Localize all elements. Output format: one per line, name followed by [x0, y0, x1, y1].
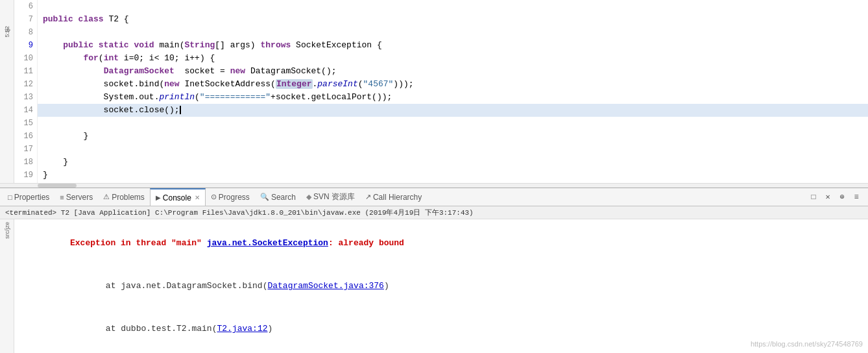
code-line-16: } — [38, 130, 868, 143]
tab-properties-label: Properties — [14, 193, 50, 202]
line-num: 11 — [24, 65, 33, 78]
left-margin-editor: 午5:52 — [0, 0, 14, 183]
tab-progress-label: Progress — [219, 193, 250, 202]
error-line-1: Exception in thread "main" java.net.Sock… — [19, 222, 863, 265]
exception-link[interactable]: java.net.SocketException — [207, 238, 328, 248]
line-num: 7 — [29, 13, 33, 26]
code-line-15 — [38, 117, 868, 130]
stack-link-1[interactable]: DatagramSocket.java:376 — [267, 281, 383, 291]
stack-link-2[interactable]: T2.java:12 — [217, 324, 267, 334]
maximize-icon: ⊕ — [839, 192, 844, 202]
code-line-18: } — [38, 156, 868, 169]
side-time-label: 午5:52 — [3, 26, 12, 38]
line-num: 6 — [29, 0, 33, 13]
tab-properties[interactable]: □ Properties — [3, 188, 54, 206]
tab-problems-label: Problems — [112, 193, 145, 202]
error-prefix: Exception in thread "main" — [70, 238, 207, 248]
tab-search-label: Search — [271, 193, 296, 202]
console-text-output: Exception in thread "main" java.net.Sock… — [14, 219, 868, 353]
tab-problems[interactable]: ⚠ Problems — [98, 188, 150, 206]
code-line-13: System.out.println("============"+socket… — [38, 91, 868, 104]
line-num: 19 — [24, 169, 33, 182]
tab-console[interactable]: ▶ Console ✕ — [150, 188, 206, 206]
line-num: 18 — [24, 156, 33, 169]
console-status-text: <terminated> T2 [Java Application] C:\Pr… — [5, 209, 474, 217]
editor-scrollbar[interactable] — [0, 183, 868, 188]
code-line-17 — [38, 143, 868, 156]
line-num: 8 — [29, 26, 33, 39]
stack-line-2: at dubbo.test.T2.main(T2.java:12) — [19, 308, 863, 350]
problems-icon: ⚠ — [103, 193, 110, 201]
line-numbers: 6 7 8 9 10 11 12 13 14 15 16 17 18 19 — [14, 0, 38, 183]
line-num: 14 — [24, 104, 33, 117]
tab-svn[interactable]: ◆ SVN 资源库 — [301, 188, 360, 206]
tab-call-hierarchy[interactable]: ↗ Call Hierarchy — [360, 188, 427, 206]
console-close-icon[interactable]: ✕ — [195, 194, 200, 201]
line-num: 10 — [24, 52, 33, 65]
line-num: 9 — [29, 39, 33, 52]
menu-icon: ≡ — [854, 193, 858, 202]
tab-search[interactable]: 🔍 Search — [255, 188, 301, 206]
close-icon: ✕ — [825, 192, 830, 202]
console-left-margin: src/jze — [0, 219, 14, 353]
code-editor[interactable]: public class T2 { public static void mai… — [38, 0, 868, 183]
tab-servers[interactable]: ≡ Servers — [54, 188, 98, 206]
minimize-console-button[interactable]: □ — [807, 191, 820, 204]
stack-close-1: ) — [384, 281, 389, 291]
error-suffix: : already bound — [328, 238, 404, 248]
console-side-label: src/jze — [4, 222, 10, 239]
progress-icon: ⊙ — [211, 193, 217, 201]
code-line-12: socket.bind(new InetSocketAddress(Intege… — [38, 78, 868, 91]
code-line-9: public static void main(String[] args) t… — [38, 39, 868, 52]
tab-call-hierarchy-label: Call Hierarchy — [373, 193, 422, 202]
code-line-11: DatagramSocket socket = new DatagramSock… — [38, 65, 868, 78]
stack-close-2: ) — [267, 324, 272, 334]
call-hierarchy-icon: ↗ — [365, 193, 371, 201]
console-icon: ▶ — [156, 194, 161, 201]
code-line-6 — [38, 0, 868, 13]
maximize-console-button[interactable]: ⊕ — [836, 191, 849, 204]
servers-icon: ≡ — [60, 193, 64, 201]
code-line-19: } — [38, 169, 868, 182]
properties-icon: □ — [8, 193, 12, 201]
line-num: 15 — [24, 117, 33, 130]
line-num: 16 — [24, 130, 33, 143]
tab-servers-label: Servers — [66, 193, 93, 202]
console-status-bar: <terminated> T2 [Java Application] C:\Pr… — [0, 206, 868, 219]
console-tab-bar: □ Properties ≡ Servers ⚠ Problems ▶ Cons… — [0, 188, 868, 206]
code-line-10: for(int i=0; i< 10; i++) { — [38, 52, 868, 65]
line-num: 12 — [24, 78, 33, 91]
console-output[interactable]: src/jze Exception in thread "main" java.… — [0, 219, 868, 353]
close-console-button[interactable]: ✕ — [821, 191, 834, 204]
line-num: 13 — [24, 91, 33, 104]
code-line-8 — [38, 26, 868, 39]
console-toolbar-right: □ ✕ ⊕ ≡ — [807, 188, 865, 206]
stack-at-2: at dubbo.test.T2.main( — [75, 324, 217, 334]
svn-icon: ◆ — [306, 193, 311, 201]
stack-line-1: at java.net.DatagramSocket.bind(Datagram… — [19, 265, 863, 308]
code-line-14: socket.close(); — [38, 104, 868, 117]
tab-progress[interactable]: ⊙ Progress — [206, 188, 255, 206]
search-icon: 🔍 — [260, 193, 269, 201]
stack-at-1: at java.net.DatagramSocket.bind( — [75, 281, 267, 291]
menu-console-button[interactable]: ≡ — [850, 191, 863, 204]
code-line-7: public class T2 { — [38, 13, 868, 26]
minimize-icon: □ — [811, 193, 815, 202]
console-panel: □ Properties ≡ Servers ⚠ Problems ▶ Cons… — [0, 188, 868, 353]
tab-console-label: Console — [163, 193, 191, 202]
line-num: 17 — [24, 143, 33, 156]
tab-svn-label: SVN 资源库 — [313, 191, 355, 202]
